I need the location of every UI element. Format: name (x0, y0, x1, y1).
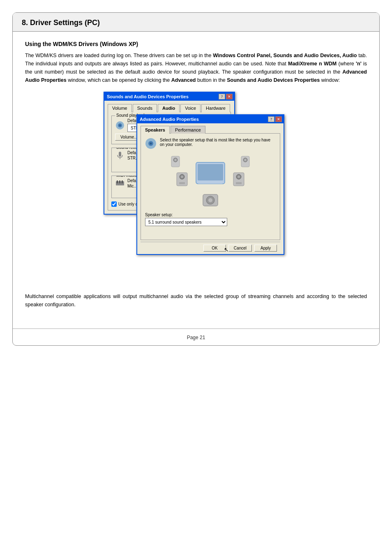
svg-point-2 (119, 125, 121, 126)
adv-description-text: Select the speaker setup that is most li… (160, 138, 276, 147)
svg-rect-7 (119, 180, 120, 183)
sad-tab-voice[interactable]: Voice (180, 104, 201, 112)
sad-tab-sounds[interactable]: Sounds (133, 104, 157, 112)
bold-text-5: Advanced (171, 77, 196, 83)
sad-tabs: Volume Sounds Audio Voice Hardware (108, 104, 231, 112)
svg-point-29 (244, 159, 247, 161)
adv-title: Advanced Audio Properties (140, 117, 199, 122)
adv-bottom-row: OK ↖ Cancel Apply (141, 242, 280, 254)
adv-dialog-inner: Speakers Performance (137, 123, 284, 254)
section-title: Using the WDM/KS Drivers (Windows XP) (25, 41, 367, 47)
body-text-7: window: (321, 77, 340, 83)
svg-point-22 (238, 176, 240, 178)
speaker-setup-select[interactable]: 5.1 surround sound speakers (145, 218, 227, 226)
sad-tab-audio[interactable]: Audio (158, 104, 180, 112)
page-footer: Page 21 (13, 328, 379, 345)
page-header: 8. Driver Settings (PC) (13, 13, 379, 32)
adv-close-btn[interactable]: ✕ (275, 116, 282, 122)
mic-icon (115, 150, 125, 160)
adv-title-buttons: ? ✕ (268, 116, 282, 122)
body-text-5: window, which can be opened by clicking … (68, 77, 171, 83)
body-text-1: The WDM/KS drivers are loaded during log… (25, 53, 213, 58)
svg-rect-13 (198, 164, 223, 180)
footer-text: Multichannel compatible applications wil… (25, 294, 367, 308)
svg-rect-15 (198, 183, 223, 184)
screenshot-area: Sounds and Audio Devices Properties ? ✕ … (25, 92, 367, 285)
adv-tab-body: Select the speaker setup that is most li… (141, 133, 280, 240)
body-paragraph: The WDM/KS drivers are loaded during log… (25, 51, 367, 84)
body-text-6: button in the (197, 77, 227, 83)
speaker-setup-label: Speaker setup: (145, 213, 276, 217)
bold-text-2: MadiXtreme n WDM (288, 61, 337, 67)
sad-close-btn[interactable]: ✕ (226, 94, 233, 99)
footer-paragraph: Multichannel compatible applications wil… (25, 292, 367, 309)
cursor-indicator: ↖ (224, 246, 229, 253)
adv-titlebar: Advanced Audio Properties ? ✕ (137, 115, 284, 123)
page-title: 8. Driver Settings (PC) (22, 18, 370, 27)
svg-point-26 (175, 159, 177, 161)
svg-rect-3 (119, 152, 121, 157)
page-number: Page 21 (187, 335, 205, 340)
page-container: 8. Driver Settings (PC) Using the WDM/KS… (12, 12, 380, 346)
adv-ok-btn[interactable]: OK ↖ (203, 245, 226, 252)
adv-description: Select the speaker setup that is most li… (145, 138, 276, 150)
speaker-setup-row: Speaker setup: 5.1 surround sound speake… (145, 213, 276, 226)
adv-apply-btn[interactable]: Apply (254, 245, 277, 252)
adv-tab-speakers[interactable]: Speakers (141, 126, 170, 134)
sad-help-btn[interactable]: ? (219, 94, 225, 99)
body-text-3: (where (339, 61, 356, 67)
bold-text-6: Sounds and Audio Devices Properties (227, 77, 320, 83)
adv-tab-performance[interactable]: Performance (171, 126, 205, 134)
sad-title: Sounds and Audio Devices Properties (107, 94, 189, 99)
svg-point-11 (150, 143, 152, 145)
sad-title-buttons: ? ✕ (219, 94, 233, 99)
adv-tabs: Speakers Performance (141, 126, 280, 134)
speaker-diagram (169, 154, 251, 208)
midi-icon (115, 178, 125, 188)
sad-tab-hardware[interactable]: Hardware (201, 104, 230, 112)
svg-rect-8 (122, 180, 123, 183)
svg-rect-6 (117, 180, 118, 183)
adv-dialog: Advanced Audio Properties ? ✕ Speakers P… (136, 114, 284, 255)
adv-cancel-btn[interactable]: Cancel (228, 245, 252, 252)
svg-rect-23 (236, 182, 242, 184)
adv-speaker-icon-small (145, 138, 157, 150)
sad-tab-volume[interactable]: Volume (108, 104, 132, 112)
dialogs-container: Sounds and Audio Devices Properties ? ✕ … (104, 92, 288, 285)
adv-help-btn[interactable]: ? (268, 116, 274, 122)
use-only-checkbox[interactable] (111, 201, 117, 207)
svg-rect-19 (179, 182, 185, 184)
svg-point-32 (208, 198, 212, 202)
svg-rect-14 (202, 180, 219, 183)
speaker-svg (169, 154, 251, 208)
bold-text-1: Windows Control Panel, Sounds and Audio … (213, 53, 357, 58)
sad-titlebar: Sounds and Audio Devices Properties ? ✕ (104, 92, 234, 101)
bold-text-3: 'n' (356, 61, 362, 67)
page-content: Using the WDM/KS Drivers (Windows XP) Th… (13, 32, 379, 328)
svg-point-18 (181, 176, 183, 178)
speaker-icon (115, 120, 125, 130)
